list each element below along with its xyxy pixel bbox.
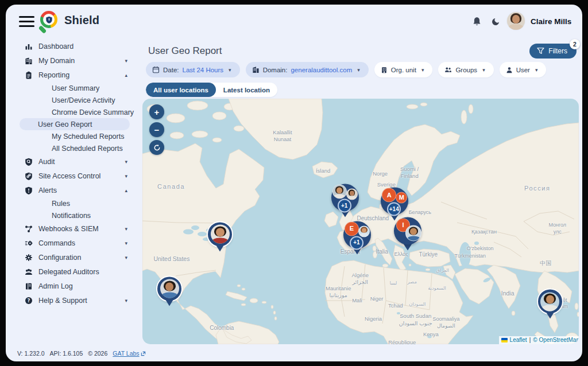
refresh-button[interactable] xyxy=(149,140,164,155)
date-filter-value: Last 24 Hours xyxy=(183,67,224,73)
map-pin-cluster[interactable]: E+1 xyxy=(343,221,371,260)
sidebar-item-all-scheduled-reports[interactable]: All Scheduled Reports xyxy=(20,142,130,154)
sidebar-item-delegated-auditors[interactable]: Delegated Auditors xyxy=(6,264,130,279)
leaflet-link[interactable]: Leaflet xyxy=(510,337,527,343)
api-version-label: API: 1.6.105 xyxy=(49,350,83,357)
filters-button[interactable]: Filters 2 xyxy=(529,44,577,59)
funnel-icon xyxy=(537,48,544,54)
sidebar-item-user-geo-report[interactable]: User Geo Report xyxy=(20,118,130,130)
page-title: User Geo Report xyxy=(148,45,222,57)
groups-filter-chip[interactable]: Groups xyxy=(438,62,493,77)
geo-map[interactable]: CanadaUnited StatesKalaallit NunaatÍslan… xyxy=(142,99,579,344)
sidebar-item-site-access-control[interactable]: Site Access Control xyxy=(6,169,130,183)
user-initial-avatar: E xyxy=(345,221,359,236)
chevron-up-icon xyxy=(125,72,130,78)
building-icon xyxy=(24,56,33,65)
user-name[interactable]: Claire Mills xyxy=(531,17,571,26)
sidebar-item-configuration[interactable]: Configuration xyxy=(6,250,130,264)
sidebar-item-commands[interactable]: Commands xyxy=(6,236,130,250)
book-icon xyxy=(24,282,33,290)
version-label: V: 1.232.0 xyxy=(17,350,44,357)
map-pin-single[interactable] xyxy=(157,277,181,310)
app-window: Shield Claire Mills Dashboard My Domain … xyxy=(6,5,582,361)
chevron-down-icon xyxy=(421,67,427,73)
map-pin-single[interactable] xyxy=(208,222,232,256)
sidebar-item-my-domain[interactable]: My Domain xyxy=(6,53,130,68)
map-pin-cluster[interactable]: I xyxy=(394,217,421,256)
app-footer: V: 1.232.0 API: 1.6.105 © 2026 GAT Labs xyxy=(17,350,146,357)
domain-filter-chip[interactable]: Domain: generalaudittool.com xyxy=(246,62,369,77)
date-filter-chip[interactable]: Date: Last 24 Hours xyxy=(146,62,240,77)
chevron-down-icon xyxy=(482,67,488,73)
svg-text:?: ? xyxy=(27,298,30,303)
chevron-down-icon xyxy=(229,67,234,73)
question-circle-icon: ? xyxy=(24,296,33,305)
pin-count-badge: +1 xyxy=(350,236,363,250)
sidebar-item-my-scheduled-reports[interactable]: My Scheduled Reports xyxy=(20,130,130,142)
user-initial-avatar: M xyxy=(396,192,407,204)
sidebar-item-user-device-activity[interactable]: User/Device Activity xyxy=(20,94,130,106)
user-filter-chip[interactable]: User xyxy=(500,62,547,77)
gear-icon xyxy=(24,253,33,262)
sidebar-item-chrome-device-summary[interactable]: Chrome Device Summary xyxy=(20,106,130,118)
chevron-down-icon xyxy=(125,255,130,260)
chevron-down-icon xyxy=(125,240,130,246)
map-pin-cluster[interactable]: +1 xyxy=(331,184,359,224)
map-attribution: Leaflet | © OpenStreetMap xyxy=(499,336,579,344)
sidebar-item-notifications[interactable]: Notifications xyxy=(20,209,130,221)
chevron-up-icon xyxy=(125,188,130,193)
sidebar: Dashboard My Domain Reporting User Summa… xyxy=(6,39,139,307)
map-controls: + − xyxy=(149,104,164,155)
sidebar-item-reporting[interactable]: Reporting xyxy=(6,68,130,82)
building-icon xyxy=(252,66,260,73)
filter-chips-row: Date: Last 24 Hours Domain: generalaudit… xyxy=(146,62,546,77)
map-pin-single[interactable] xyxy=(538,289,562,323)
sidebar-item-user-summary[interactable]: User Summary xyxy=(20,82,130,94)
user-initial-avatar: A xyxy=(382,188,396,203)
clipboard-icon xyxy=(24,71,33,79)
sidebar-item-audit[interactable]: Audit xyxy=(6,154,130,169)
external-link-icon xyxy=(141,351,146,356)
chevron-down-icon xyxy=(125,226,130,232)
domain-filter-value: generalaudittool.com xyxy=(291,67,352,73)
dark-mode-moon-icon[interactable] xyxy=(491,17,500,29)
chevron-down-icon xyxy=(125,159,130,165)
calendar-icon xyxy=(152,66,160,73)
tab-latest-location[interactable]: Latest location xyxy=(216,83,277,97)
notifications-bell-icon[interactable] xyxy=(472,17,482,29)
ukraine-flag-icon xyxy=(501,338,508,342)
chevron-down-icon xyxy=(357,67,362,73)
hamburger-menu-icon[interactable] xyxy=(19,16,34,27)
osm-link[interactable]: © OpenStreetMap xyxy=(533,337,579,343)
copyright-label: © 2026 xyxy=(88,350,107,357)
filters-count-badge: 2 xyxy=(570,39,580,49)
tab-all-user-locations[interactable]: All user locations xyxy=(146,83,216,97)
brand-name: Shield xyxy=(64,14,99,27)
chevron-down-icon xyxy=(125,58,130,64)
sidebar-item-alerts[interactable]: Alerts xyxy=(6,183,130,197)
shield-alert-icon xyxy=(24,186,33,194)
sidebar-item-admin-log[interactable]: Admin Log xyxy=(6,279,130,293)
user-icon xyxy=(506,67,513,73)
location-tabs: All user locations Latest location xyxy=(146,83,277,97)
zoom-in-button[interactable]: + xyxy=(149,104,164,119)
org-unit-filter-chip[interactable]: Org. unit xyxy=(374,62,433,77)
refresh-icon xyxy=(153,144,161,151)
sidebar-item-rules[interactable]: Rules xyxy=(20,197,130,209)
sidebar-item-dashboard[interactable]: Dashboard xyxy=(6,39,130,53)
groups-icon xyxy=(444,66,452,73)
shield-link-icon xyxy=(24,172,33,180)
shield-search-icon xyxy=(24,157,33,166)
sidebar-item-webhooks-siem[interactable]: Webhooks & SIEM xyxy=(6,221,130,236)
dashboard-icon xyxy=(24,42,33,50)
people-group-icon xyxy=(24,267,33,276)
user-avatar[interactable] xyxy=(507,12,525,30)
zoom-out-button[interactable]: − xyxy=(149,122,164,137)
commands-icon xyxy=(24,239,33,247)
chevron-down-icon xyxy=(125,173,130,179)
pin-count-badge: +14 xyxy=(387,203,401,216)
gat-labs-link[interactable]: GAT Labs xyxy=(113,350,145,357)
chevron-down-icon xyxy=(125,298,130,303)
sidebar-item-help-support[interactable]: ? Help & Support xyxy=(6,293,130,307)
org-unit-icon xyxy=(381,67,388,73)
